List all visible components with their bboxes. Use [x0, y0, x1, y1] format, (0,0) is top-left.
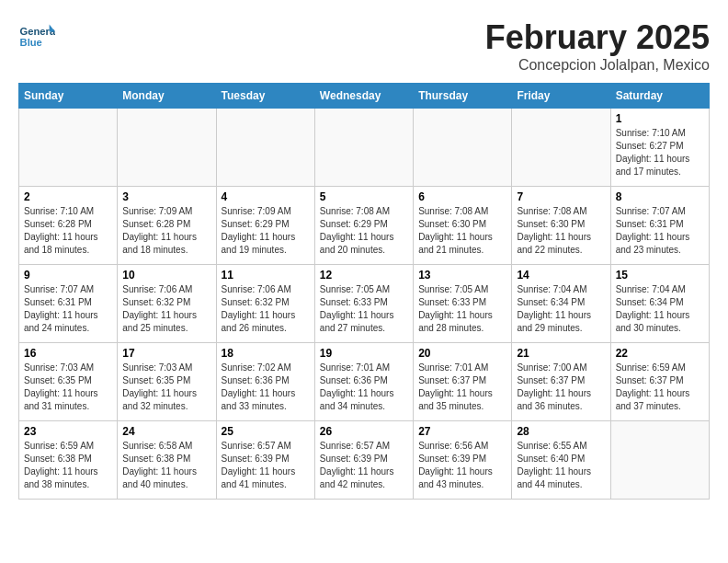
week-row-1: 1Sunrise: 7:10 AM Sunset: 6:27 PM Daylig…: [19, 109, 710, 187]
day-number: 19: [320, 347, 408, 360]
day-number: 22: [616, 347, 704, 360]
calendar-cell: 15Sunrise: 7:04 AM Sunset: 6:34 PM Dayli…: [610, 265, 709, 343]
calendar-cell: 28Sunrise: 6:55 AM Sunset: 6:40 PM Dayli…: [512, 421, 610, 500]
col-header-monday: Monday: [118, 84, 216, 109]
day-info: Sunrise: 6:55 AM Sunset: 6:40 PM Dayligh…: [517, 440, 605, 491]
day-number: 25: [222, 425, 310, 438]
day-info: Sunrise: 7:07 AM Sunset: 6:31 PM Dayligh…: [24, 283, 112, 335]
day-info: Sunrise: 7:04 AM Sunset: 6:34 PM Dayligh…: [616, 283, 704, 335]
day-info: Sunrise: 7:05 AM Sunset: 6:33 PM Dayligh…: [418, 283, 506, 335]
calendar-cell: 12Sunrise: 7:05 AM Sunset: 6:33 PM Dayli…: [314, 265, 413, 343]
calendar-cell: 10Sunrise: 7:06 AM Sunset: 6:32 PM Dayli…: [118, 265, 216, 343]
day-number: 16: [24, 347, 112, 360]
day-number: 28: [517, 425, 605, 438]
calendar-cell: 22Sunrise: 6:59 AM Sunset: 6:37 PM Dayli…: [610, 343, 709, 421]
calendar-cell: [216, 109, 314, 187]
week-row-3: 9Sunrise: 7:07 AM Sunset: 6:31 PM Daylig…: [19, 265, 710, 343]
day-info: Sunrise: 7:08 AM Sunset: 6:30 PM Dayligh…: [418, 205, 506, 257]
calendar-cell: 27Sunrise: 6:56 AM Sunset: 6:39 PM Dayli…: [414, 421, 512, 500]
calendar-cell: [314, 109, 413, 187]
calendar-cell: 3Sunrise: 7:09 AM Sunset: 6:28 PM Daylig…: [118, 187, 216, 265]
calendar-cell: 14Sunrise: 7:04 AM Sunset: 6:34 PM Dayli…: [512, 265, 610, 343]
day-info: Sunrise: 6:59 AM Sunset: 6:38 PM Dayligh…: [24, 440, 112, 491]
title-area: February 2025 Concepcion Jolalpan, Mexic…: [485, 18, 710, 74]
day-info: Sunrise: 7:09 AM Sunset: 6:29 PM Dayligh…: [222, 205, 310, 257]
day-number: 10: [122, 269, 210, 282]
col-header-thursday: Thursday: [414, 84, 512, 109]
calendar-cell: 1Sunrise: 7:10 AM Sunset: 6:27 PM Daylig…: [610, 109, 709, 187]
day-number: 12: [320, 269, 408, 282]
day-number: 1: [616, 112, 704, 125]
calendar-cell: 24Sunrise: 6:58 AM Sunset: 6:38 PM Dayli…: [118, 421, 216, 500]
day-info: Sunrise: 7:04 AM Sunset: 6:34 PM Dayligh…: [517, 283, 605, 335]
week-row-5: 23Sunrise: 6:59 AM Sunset: 6:38 PM Dayli…: [19, 421, 710, 500]
calendar-cell: 6Sunrise: 7:08 AM Sunset: 6:30 PM Daylig…: [414, 187, 512, 265]
day-number: 13: [418, 269, 506, 282]
day-number: 21: [517, 347, 605, 360]
day-number: 6: [418, 190, 506, 203]
calendar-header: SundayMondayTuesdayWednesdayThursdayFrid…: [19, 84, 710, 109]
calendar-cell: 5Sunrise: 7:08 AM Sunset: 6:29 PM Daylig…: [314, 187, 413, 265]
day-info: Sunrise: 7:08 AM Sunset: 6:29 PM Dayligh…: [320, 205, 408, 257]
day-number: 9: [24, 269, 112, 282]
calendar-cell: 26Sunrise: 6:57 AM Sunset: 6:39 PM Dayli…: [314, 421, 413, 500]
calendar-cell: 25Sunrise: 6:57 AM Sunset: 6:39 PM Dayli…: [216, 421, 314, 500]
day-info: Sunrise: 6:59 AM Sunset: 6:37 PM Dayligh…: [616, 362, 704, 413]
day-number: 14: [517, 269, 605, 282]
day-info: Sunrise: 6:57 AM Sunset: 6:39 PM Dayligh…: [222, 440, 310, 491]
calendar-cell: 19Sunrise: 7:01 AM Sunset: 6:36 PM Dayli…: [314, 343, 413, 421]
day-info: Sunrise: 7:10 AM Sunset: 6:28 PM Dayligh…: [24, 205, 112, 257]
svg-text:Blue: Blue: [20, 37, 42, 48]
day-number: 5: [320, 190, 408, 203]
day-info: Sunrise: 7:10 AM Sunset: 6:27 PM Dayligh…: [616, 127, 704, 178]
day-number: 18: [222, 347, 310, 360]
day-number: 15: [616, 269, 704, 282]
day-number: 26: [320, 425, 408, 438]
day-info: Sunrise: 6:57 AM Sunset: 6:39 PM Dayligh…: [320, 440, 408, 491]
calendar-cell: [610, 421, 709, 500]
day-info: Sunrise: 7:01 AM Sunset: 6:37 PM Dayligh…: [418, 362, 506, 413]
location-title: Concepcion Jolalpan, Mexico: [485, 57, 710, 74]
col-header-tuesday: Tuesday: [216, 84, 314, 109]
calendar-cell: [19, 109, 118, 187]
col-header-wednesday: Wednesday: [314, 84, 413, 109]
calendar-cell: [512, 109, 610, 187]
day-number: 8: [616, 190, 704, 203]
day-number: 23: [24, 425, 112, 438]
day-info: Sunrise: 7:05 AM Sunset: 6:33 PM Dayligh…: [320, 283, 408, 335]
day-info: Sunrise: 7:02 AM Sunset: 6:36 PM Dayligh…: [222, 362, 310, 413]
month-title: February 2025: [485, 18, 710, 57]
header-row: SundayMondayTuesdayWednesdayThursdayFrid…: [19, 84, 710, 109]
col-header-friday: Friday: [512, 84, 610, 109]
calendar-table: SundayMondayTuesdayWednesdayThursdayFrid…: [18, 83, 710, 500]
calendar-cell: 2Sunrise: 7:10 AM Sunset: 6:28 PM Daylig…: [19, 187, 118, 265]
day-number: 7: [517, 190, 605, 203]
calendar-body: 1Sunrise: 7:10 AM Sunset: 6:27 PM Daylig…: [19, 109, 710, 500]
day-info: Sunrise: 7:08 AM Sunset: 6:30 PM Dayligh…: [517, 205, 605, 257]
calendar-cell: 18Sunrise: 7:02 AM Sunset: 6:36 PM Dayli…: [216, 343, 314, 421]
calendar-cell: 9Sunrise: 7:07 AM Sunset: 6:31 PM Daylig…: [19, 265, 118, 343]
day-number: 3: [122, 190, 210, 203]
logo: General Blue: [18, 18, 59, 55]
day-info: Sunrise: 7:07 AM Sunset: 6:31 PM Dayligh…: [616, 205, 704, 257]
calendar-cell: 4Sunrise: 7:09 AM Sunset: 6:29 PM Daylig…: [216, 187, 314, 265]
day-info: Sunrise: 7:00 AM Sunset: 6:37 PM Dayligh…: [517, 362, 605, 413]
day-info: Sunrise: 6:56 AM Sunset: 6:39 PM Dayligh…: [418, 440, 506, 491]
page-header: General Blue February 2025 Concepcion Jo…: [18, 18, 710, 74]
calendar-cell: 7Sunrise: 7:08 AM Sunset: 6:30 PM Daylig…: [512, 187, 610, 265]
week-row-2: 2Sunrise: 7:10 AM Sunset: 6:28 PM Daylig…: [19, 187, 710, 265]
calendar-cell: [414, 109, 512, 187]
day-number: 27: [418, 425, 506, 438]
week-row-4: 16Sunrise: 7:03 AM Sunset: 6:35 PM Dayli…: [19, 343, 710, 421]
day-info: Sunrise: 7:06 AM Sunset: 6:32 PM Dayligh…: [122, 283, 210, 335]
day-info: Sunrise: 7:06 AM Sunset: 6:32 PM Dayligh…: [222, 283, 310, 335]
day-info: Sunrise: 7:03 AM Sunset: 6:35 PM Dayligh…: [122, 362, 210, 413]
day-number: 24: [122, 425, 210, 438]
calendar-cell: 8Sunrise: 7:07 AM Sunset: 6:31 PM Daylig…: [610, 187, 709, 265]
day-number: 20: [418, 347, 506, 360]
day-info: Sunrise: 7:03 AM Sunset: 6:35 PM Dayligh…: [24, 362, 112, 413]
day-info: Sunrise: 6:58 AM Sunset: 6:38 PM Dayligh…: [122, 440, 210, 491]
calendar-cell: 13Sunrise: 7:05 AM Sunset: 6:33 PM Dayli…: [414, 265, 512, 343]
calendar-cell: 20Sunrise: 7:01 AM Sunset: 6:37 PM Dayli…: [414, 343, 512, 421]
col-header-sunday: Sunday: [19, 84, 118, 109]
